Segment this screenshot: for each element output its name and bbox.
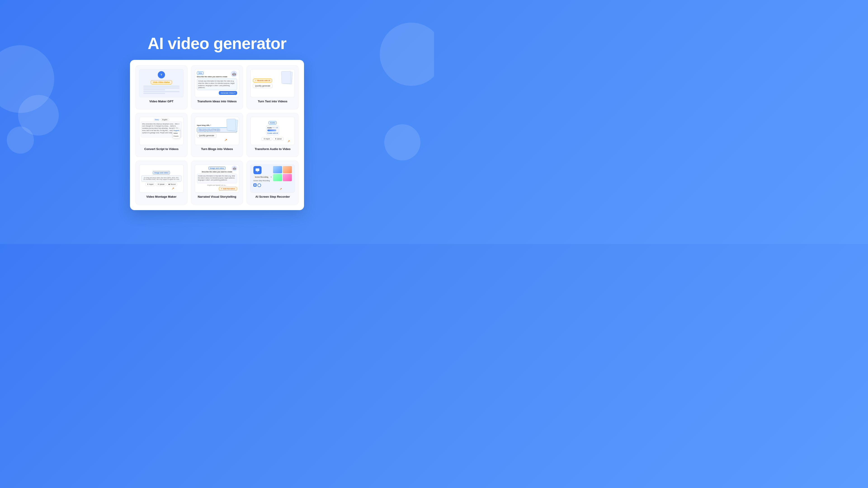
montage-import: ⬇ Import bbox=[146, 183, 155, 186]
svg-rect-0 bbox=[256, 168, 259, 171]
card-transform-ideas[interactable]: Idea Describe the video you want to crea… bbox=[191, 65, 243, 109]
quickly-box: Quickly generate bbox=[253, 84, 272, 88]
card-narrated-visual[interactable]: Image and video Describe the video you w… bbox=[191, 161, 243, 205]
robot-icon: 🤖 bbox=[231, 71, 237, 77]
montage-btns: ⬇ Import ⬆ Upload ⏺ Record bbox=[146, 183, 177, 186]
audio-waveform bbox=[268, 129, 276, 131]
card-label-turn-blogs: Turn Blogs into Videos bbox=[201, 147, 233, 151]
screen-stop-label: Screen Step Recording bbox=[253, 180, 272, 182]
idea-body: Include any information to help tailor t… bbox=[197, 78, 237, 90]
cursor-arrow-blog: ↗ bbox=[224, 138, 227, 142]
card-grid: V Visla Video Maker Video Maker GPT Idea… bbox=[130, 60, 304, 210]
card-label-video-montage: Video Montage Maker bbox=[146, 195, 176, 198]
screen-thumb-4 bbox=[283, 174, 292, 181]
add-narration-btn: ✓ Add Narration bbox=[219, 187, 237, 191]
card-convert-script[interactable]: Story English Who remembers this infamou… bbox=[135, 113, 187, 157]
audio-box: Audio 00:11 ⚙ Curate with AI bbox=[266, 125, 279, 135]
import-btn: ⬇ Import bbox=[261, 137, 272, 141]
decorative-blob-3 bbox=[7, 127, 34, 154]
generate-btn: Generate Video ▾ bbox=[219, 91, 237, 95]
card-label-video-maker-gpt: Video Maker GPT bbox=[149, 100, 174, 103]
preview-narrated-visual: Image and video Describe the video you w… bbox=[195, 164, 239, 193]
screen-thumb-2 bbox=[283, 166, 292, 173]
screen-circle bbox=[257, 184, 261, 187]
gpt-lines bbox=[143, 86, 180, 95]
audio-tag: Audio bbox=[269, 121, 277, 125]
preview-convert-script: Story English Who remembers this infamou… bbox=[139, 117, 184, 145]
preview-ai-screen: Screen Recording ▾ Screen Step Recording… bbox=[250, 164, 295, 193]
card-video-montage[interactable]: Image and video Or drag and drop video c… bbox=[135, 161, 187, 205]
screen-thumbnails bbox=[273, 166, 292, 181]
preview-turn-text: ✓ Rewrite with AI Quickly generate bbox=[250, 69, 295, 97]
upload-btn: ⬆ Upload bbox=[273, 137, 284, 141]
idea-tag: Idea bbox=[197, 71, 204, 75]
card-label-transform-ideas: Transform Ideas into Videos bbox=[197, 100, 237, 103]
screen-thumb-1 bbox=[273, 166, 282, 173]
decorative-blob-5 bbox=[384, 124, 421, 160]
audio-btns: ⬇ Import ⬆ Upload bbox=[261, 137, 284, 141]
preview-video-maker-gpt: V Visla Video Maker bbox=[139, 69, 184, 97]
card-label-turn-text: Turn Text into Videos bbox=[258, 100, 287, 103]
narrated-note: English and Spanish are su... bbox=[208, 184, 227, 186]
narrated-heading: Describe the video you want to create bbox=[202, 171, 232, 173]
card-turn-text[interactable]: ✓ Rewrite with AI Quickly generate Turn … bbox=[247, 65, 299, 109]
card-label-narrated-visual: Narrated Visual Storytelling bbox=[198, 195, 236, 198]
preview-turn-blogs: Input blog URL * https://www.visla.us/bl… bbox=[195, 117, 239, 145]
montage-upload: ⬆ Upload bbox=[156, 183, 166, 186]
card-video-maker-gpt[interactable]: V Visla Video Maker Video Maker GPT bbox=[135, 65, 187, 109]
lang-dropdown: English Italian French bbox=[173, 128, 180, 139]
curate-label: Curate with AI bbox=[268, 132, 278, 134]
visla-logo: V bbox=[158, 71, 165, 78]
card-label-transform-audio: Transform Audio to Video bbox=[255, 147, 290, 151]
card-turn-blogs[interactable]: Input blog URL * https://www.visla.us/bl… bbox=[191, 113, 243, 157]
story-tag: Story bbox=[154, 119, 160, 121]
screen-icon bbox=[253, 166, 261, 174]
rewrite-btn: ✓ Rewrite with AI bbox=[253, 78, 272, 83]
card-ai-screen[interactable]: Screen Recording ▾ Screen Step Recording… bbox=[247, 161, 299, 205]
screen-record-tag: Screen Recording bbox=[253, 175, 270, 178]
card-label-convert-script: Convert Script to Videos bbox=[144, 147, 178, 151]
montage-dropzone: Or drag and drop video clip here (MP4, M… bbox=[141, 175, 182, 182]
narrated-body: Include any information to help tailor t… bbox=[197, 174, 237, 183]
preview-transform-audio: Audio Audio 00:11 ⚙ Curate with AI ⬇ Imp… bbox=[250, 117, 295, 145]
card-label-ai-screen: AI Screen Step Recorder bbox=[255, 195, 290, 198]
cursor-arrow-montage: ↗ bbox=[172, 187, 174, 190]
preview-transform-ideas: Idea Describe the video you want to crea… bbox=[195, 69, 239, 97]
blog-url-label: Input blog URL * bbox=[197, 124, 211, 126]
lang-select: English bbox=[161, 119, 169, 121]
page-title: AI video generator bbox=[148, 34, 286, 53]
visla-badge: Visla Video Maker bbox=[151, 80, 172, 84]
decorative-blob-4 bbox=[380, 23, 434, 86]
screen-thumb-3 bbox=[273, 174, 282, 181]
narrated-tag: Image and video bbox=[209, 166, 226, 170]
idea-heading: Describe the video you want to create bbox=[197, 76, 227, 78]
card-transform-audio[interactable]: Audio Audio 00:11 ⚙ Curate with AI ⬇ Imp… bbox=[247, 113, 299, 157]
preview-video-montage: Image and video Or drag and drop video c… bbox=[139, 164, 184, 193]
robot-icon-2: 🤖 bbox=[232, 166, 237, 171]
montage-record: ⏺ Record bbox=[167, 183, 177, 186]
screen-left: Screen Recording ▾ Screen Step Recording bbox=[253, 166, 272, 187]
montage-tag: Image and video bbox=[153, 171, 170, 174]
cursor-arrow-screen: ↗ bbox=[279, 187, 282, 191]
blog-quickly: Quickly generate bbox=[197, 133, 216, 138]
cursor-arrow-audio: ↗ bbox=[287, 139, 290, 143]
script-header: Story English bbox=[154, 119, 169, 121]
